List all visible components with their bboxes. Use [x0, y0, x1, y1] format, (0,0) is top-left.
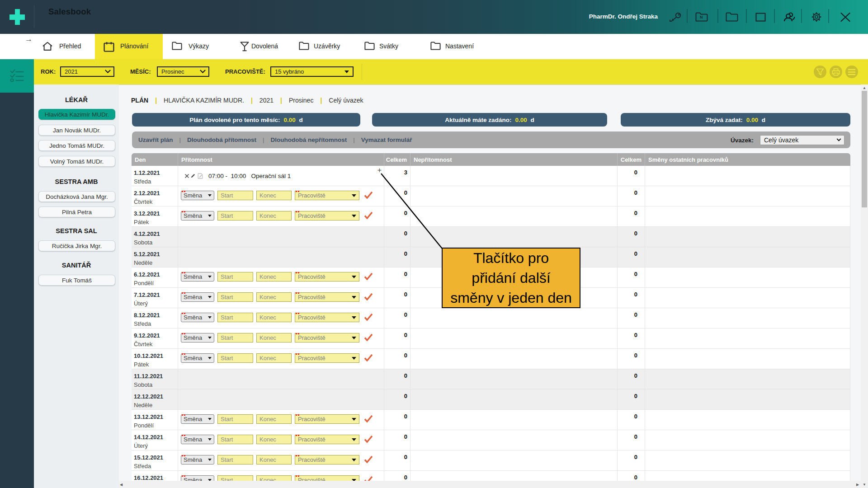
svg-text:N: N	[700, 15, 703, 19]
